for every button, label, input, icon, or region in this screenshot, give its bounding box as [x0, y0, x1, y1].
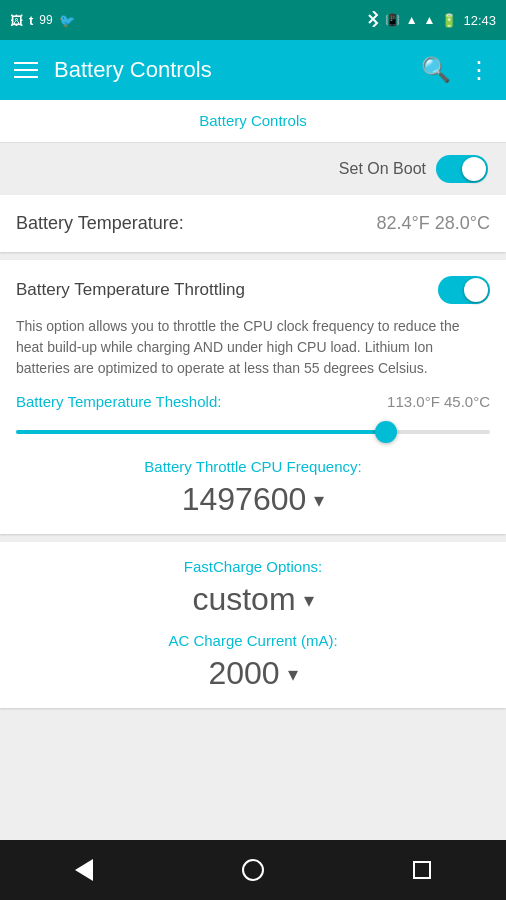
- throttling-toggle[interactable]: [438, 276, 490, 304]
- vibrate-icon: 📳: [385, 13, 400, 27]
- recents-button[interactable]: [413, 861, 431, 879]
- throttling-header: Battery Temperature Throttling: [16, 276, 490, 304]
- ac-charge-arrow: ▾: [288, 662, 298, 686]
- threshold-value: 113.0°F 45.0°C: [387, 393, 490, 410]
- toolbar: Battery Controls 🔍 ⋮: [0, 40, 506, 100]
- nav-bar: [0, 840, 506, 900]
- image-icon: 🖼: [10, 13, 23, 28]
- t-icon: t: [29, 13, 33, 28]
- battery-temperature-card: Battery Temperature: 82.4°F 28.0°C: [0, 195, 506, 252]
- throttling-description: This option allows you to throttle the C…: [16, 316, 490, 379]
- toggle-thumb: [462, 157, 486, 181]
- battery-temperature-label: Battery Temperature:: [16, 213, 184, 234]
- fastcharge-options-label: FastCharge Options:: [16, 558, 490, 575]
- battery-temperature-value: 82.4°F 28.0°C: [377, 213, 490, 234]
- set-on-boot-toggle[interactable]: [436, 155, 488, 183]
- throttling-toggle-thumb: [464, 278, 488, 302]
- throttling-card: Battery Temperature Throttling This opti…: [0, 260, 506, 534]
- ac-charge-label: AC Charge Current (mA):: [16, 632, 490, 649]
- slider-fill: [16, 430, 386, 434]
- status-bar: 🖼 t 99 🐦 📳 ▲ ▲ 🔋 12:43: [0, 0, 506, 40]
- threshold-row: Battery Temperature Theshold: 113.0°F 45…: [16, 393, 490, 410]
- status-left-icons: 🖼 t 99 🐦: [10, 13, 75, 28]
- cpu-frequency-dropdown[interactable]: 1497600 ▾: [16, 481, 490, 518]
- tab-bar: Battery Controls: [0, 100, 506, 143]
- tab-bar-label: Battery Controls: [199, 112, 307, 129]
- throttling-title: Battery Temperature Throttling: [16, 280, 245, 300]
- ac-charge-value: 2000: [208, 655, 279, 692]
- battery-icon: 🔋: [441, 13, 457, 28]
- cpu-frequency-arrow: ▾: [314, 488, 324, 512]
- fastcharge-options-dropdown[interactable]: custom ▾: [16, 581, 490, 618]
- bluetooth-icon: [367, 11, 379, 30]
- slider-thumb[interactable]: [375, 421, 397, 443]
- threshold-label: Battery Temperature Theshold:: [16, 393, 221, 410]
- cpu-frequency-label: Battery Throttle CPU Frequency:: [16, 458, 490, 475]
- set-on-boot-row: Set On Boot: [0, 143, 506, 195]
- time-display: 12:43: [463, 13, 496, 28]
- more-options-button[interactable]: ⋮: [467, 56, 492, 84]
- fastcharge-card: FastCharge Options: custom ▾ AC Charge C…: [0, 542, 506, 708]
- fastcharge-options-arrow: ▾: [304, 588, 314, 612]
- toolbar-title: Battery Controls: [54, 57, 405, 83]
- fastcharge-options-value: custom: [192, 581, 295, 618]
- temperature-slider[interactable]: [16, 420, 490, 444]
- search-button[interactable]: 🔍: [421, 56, 451, 84]
- battery-temperature-row: Battery Temperature: 82.4°F 28.0°C: [16, 213, 490, 234]
- bird-icon: 🐦: [59, 13, 75, 28]
- wifi-icon: ▲: [406, 13, 418, 27]
- cpu-frequency-value: 1497600: [182, 481, 307, 518]
- ac-charge-dropdown[interactable]: 2000 ▾: [16, 655, 490, 692]
- signal-icon: ▲: [424, 13, 436, 27]
- battery-99-icon: 99: [39, 13, 52, 27]
- slider-track: [16, 430, 490, 434]
- content-area: Set On Boot Battery Temperature: 82.4°F …: [0, 143, 506, 708]
- menu-button[interactable]: [14, 62, 38, 78]
- svg-line-1: [369, 19, 373, 23]
- home-button[interactable]: [242, 859, 264, 881]
- status-right-icons: 📳 ▲ ▲ 🔋 12:43: [367, 11, 496, 30]
- set-on-boot-label: Set On Boot: [339, 160, 426, 178]
- back-button[interactable]: [75, 859, 93, 881]
